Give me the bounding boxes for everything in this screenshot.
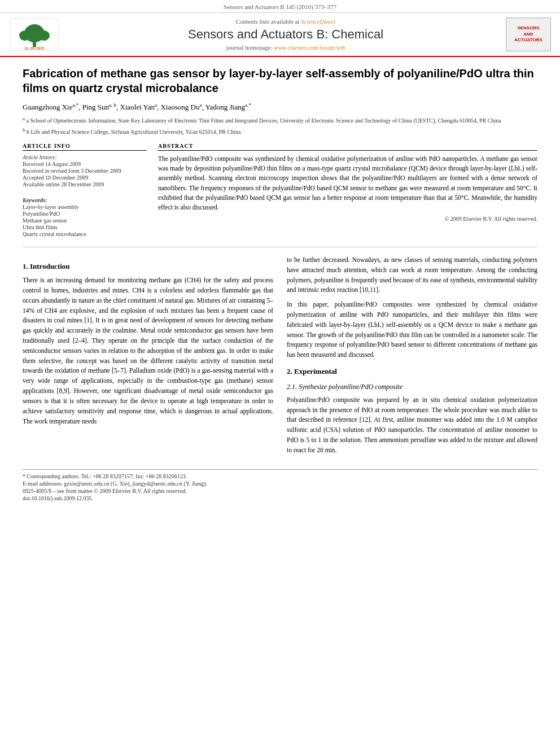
affiliation-b: b b Life and Physical Science College, S… (23, 126, 537, 136)
abstract-col: ABSTRACT The polyaniline/PdO composite w… (158, 143, 537, 238)
intro-para-3: In this paper, polyaniline/PdO composite… (287, 300, 537, 360)
keyword-1: Layer-by-layer assembly (23, 204, 147, 210)
svg-text:ELSEVIER: ELSEVIER (25, 46, 45, 50)
history-label: Article history: (23, 154, 147, 160)
introduction-heading: 1. Introduction (23, 261, 273, 272)
science-direct-link[interactable]: ScienceDirect (301, 18, 335, 25)
issn-note: 0925-4005/$ – see front matter © 2009 El… (23, 488, 537, 494)
keywords-label: Keywords: (23, 197, 147, 203)
main-content: Fabrication of methane gas sensor by lay… (0, 57, 560, 514)
footer: * Corresponding authors. Tel.: +86 28 83… (23, 469, 537, 501)
article-info-col: ARTICLE INFO Article history: Received 1… (23, 143, 147, 238)
experimental-heading: 2. Experimental (287, 366, 537, 377)
email-addresses: E-mail addresses: gzxie@uestc.edu.cn (G.… (23, 480, 537, 487)
svg-point-4 (38, 30, 50, 41)
experimental-subheading: 2.1. Synthesize polyaniline/PdO composit… (287, 382, 537, 392)
received-revised-date: Received in revised form 3 December 2009 (23, 168, 147, 174)
sensors-actuators-logo: SENSORS AND ACTUATORS (506, 18, 551, 51)
homepage-link[interactable]: www.elsevier.com/locate/snb (274, 44, 345, 51)
affiliations: a a School of Optoelectronic Information… (23, 115, 537, 136)
keyword-3: Methane gas sensor (23, 217, 147, 224)
abstract-label: ABSTRACT (158, 143, 537, 151)
journal-center: Contents lists available at ScienceDirec… (65, 18, 506, 51)
article-info-label: ARTICLE INFO (23, 143, 147, 151)
accepted-date: Accepted 10 December 2009 (23, 174, 147, 181)
journal-homepage: journal homepage: www.elsevier.com/locat… (65, 44, 506, 51)
received-date: Received 14 August 2009 (23, 161, 147, 167)
article-title: Fabrication of methane gas sensor by lay… (23, 66, 537, 95)
body-col-right: to be further decreased. Nowadays, as ne… (287, 255, 537, 460)
affiliation-a: a a School of Optoelectronic Information… (23, 115, 537, 125)
journal-header: ELSEVIER Contents lists available at Sci… (0, 13, 560, 57)
section-divider (23, 247, 537, 247)
authors: Guangzhong Xiea,*, Ping Suna, b, Xiaolei… (23, 102, 537, 112)
journal-citation: Sensors and Actuators B 145 (2010) 373–3… (224, 3, 336, 10)
abstract-text: The polyaniline/PdO composite was synthe… (158, 154, 537, 213)
intro-para-1: There is an increasing demand for monito… (23, 276, 273, 426)
corresponding-author-note: * Corresponding authors. Tel.: +86 28 83… (23, 473, 537, 479)
elsevier-logo: ELSEVIER (9, 18, 60, 51)
experimental-para: Polyaniline/PdO composite was prepared b… (287, 395, 537, 456)
keyword-5: Quartz crystal microbalance (23, 231, 147, 237)
page: Sensors and Actuators B 145 (2010) 373–3… (0, 0, 560, 747)
body-columns: 1. Introduction There is an increasing d… (23, 255, 537, 460)
journal-title: Sensors and Actuators B: Chemical (65, 27, 506, 42)
body-col-left: 1. Introduction There is an increasing d… (23, 255, 273, 460)
svg-point-3 (19, 30, 30, 41)
doi-note: doi:10.1016/j.snb.2009.12.035 (23, 495, 537, 501)
keyword-2: Polyaniline/PdO (23, 211, 147, 217)
content-list-line: Contents lists available at ScienceDirec… (65, 18, 506, 25)
top-bar: Sensors and Actuators B 145 (2010) 373–3… (0, 0, 560, 13)
copyright: © 2009 Elsevier B.V. All rights reserved… (158, 216, 537, 222)
intro-para-2: to be further decreased. Nowadays, as ne… (287, 255, 537, 295)
keyword-4: Ultra thin films (23, 224, 147, 230)
available-online-date: Available online 28 December 2009 (23, 181, 147, 187)
author-list: Guangzhong Xiea,*, Ping Suna, b, Xiaolei… (23, 103, 251, 111)
article-info-abstract: ARTICLE INFO Article history: Received 1… (23, 143, 537, 238)
